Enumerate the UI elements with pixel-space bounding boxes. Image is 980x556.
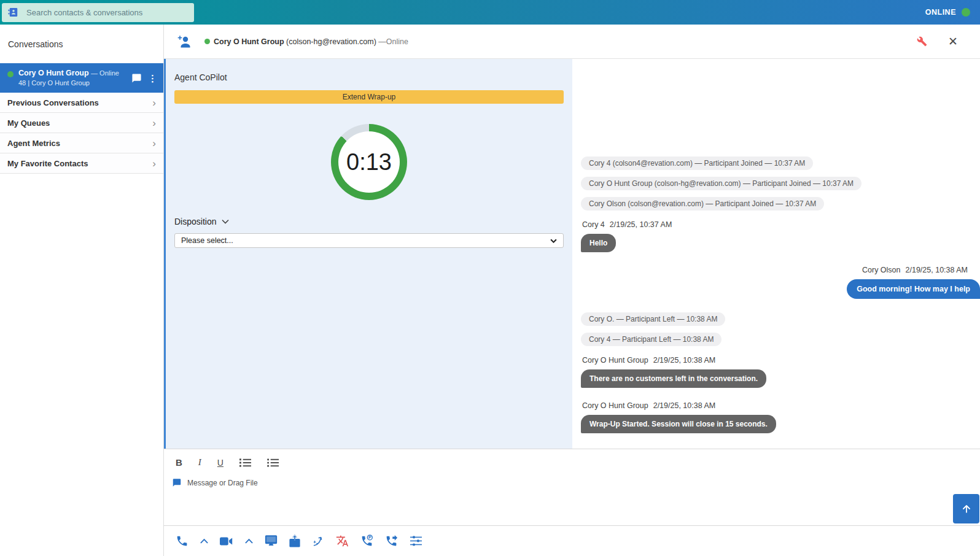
wrapup-timer-ring: 0:13 bbox=[331, 124, 407, 200]
active-conversation-item[interactable]: Cory O Hunt Group — Online 48 | Cory O H… bbox=[0, 63, 163, 93]
format-toolbar: B I U bbox=[164, 449, 980, 468]
smart-transfer-icon[interactable] bbox=[312, 535, 324, 547]
message-bubble: Good morning! How may I help bbox=[847, 279, 980, 299]
chevron-right-icon: › bbox=[152, 98, 156, 108]
conversation-title: Cory O Hunt Group (colson-hg@revation.co… bbox=[214, 37, 408, 46]
conversation-subtitle: 48 | Cory O Hunt Group bbox=[18, 79, 131, 88]
message-bubble: Hello bbox=[581, 234, 616, 252]
extend-wrapup-button[interactable]: Extend Wrap-up bbox=[174, 90, 564, 104]
ordered-list-button[interactable] bbox=[239, 458, 251, 468]
send-button[interactable] bbox=[953, 494, 979, 523]
status-label: ONLINE bbox=[925, 8, 956, 17]
sidebar-item-my-queues[interactable]: My Queues › bbox=[0, 113, 163, 133]
disposition-selected-value: Please select... bbox=[181, 236, 233, 245]
svg-text:P: P bbox=[368, 535, 371, 539]
presence-dot bbox=[7, 71, 14, 77]
message-sender: Cory 42/19/25, 10:37 AM bbox=[582, 220, 980, 229]
disposition-label: Disposition bbox=[174, 217, 216, 226]
agent-status[interactable]: ONLINE bbox=[925, 8, 970, 17]
system-event: Cory O Hunt Group (colson-hg@revation.co… bbox=[581, 177, 861, 190]
message-bubble-icon bbox=[172, 478, 182, 487]
message-sender: Cory O Hunt Group2/19/25, 10:38 AM bbox=[582, 356, 980, 365]
chevron-right-icon: › bbox=[152, 138, 156, 149]
top-bar: ONLINE bbox=[0, 0, 980, 25]
bold-button[interactable]: B bbox=[176, 457, 182, 468]
message-sender: Cory Olson2/19/25, 10:38 AM bbox=[862, 266, 968, 274]
disposition-select[interactable]: Please select... bbox=[174, 233, 564, 248]
contacts-directory-icon bbox=[8, 7, 19, 17]
search-box[interactable] bbox=[2, 3, 194, 22]
sidebar-item-previous-conversations[interactable]: Previous Conversations › bbox=[0, 93, 163, 113]
system-event: Cory 4 (colson4@revation.com) — Particip… bbox=[581, 156, 813, 170]
chevron-right-icon: › bbox=[152, 158, 156, 169]
system-event: Cory Olson (colson@revation.com) — Parti… bbox=[581, 197, 824, 210]
sidebar: Conversations Cory O Hunt Group — Online… bbox=[0, 25, 164, 556]
close-icon[interactable]: ✕ bbox=[948, 36, 958, 47]
conversation-menu-icon[interactable]: ⋮ bbox=[148, 74, 157, 83]
wrapup-timer-value: 0:13 bbox=[338, 131, 400, 193]
share-file-icon[interactable] bbox=[289, 535, 300, 547]
video-options-caret-icon[interactable] bbox=[245, 538, 253, 544]
call-toolbar: P bbox=[164, 525, 980, 556]
message-bubble: Wrap-Up Started. Session will close in 1… bbox=[581, 415, 776, 433]
agent-copilot-panel: Agent CoPilot Extend Wrap-up 0:13 Dispos… bbox=[164, 59, 572, 449]
park-call-icon[interactable]: P bbox=[360, 535, 373, 547]
chevron-right-icon: › bbox=[152, 118, 156, 128]
call-icon[interactable] bbox=[176, 535, 189, 547]
screen-share-icon[interactable] bbox=[265, 535, 278, 547]
compose-area: B I U Message or Drag File bbox=[164, 449, 980, 525]
message-list: Cory 4 (colson4@revation.com) — Particip… bbox=[572, 59, 980, 449]
video-call-icon[interactable] bbox=[220, 536, 233, 546]
arrow-up-icon bbox=[960, 503, 973, 515]
chevron-down-icon bbox=[222, 219, 229, 224]
sidebar-item-my-favorite-contacts[interactable]: My Favorite Contacts › bbox=[0, 153, 163, 174]
unordered-list-button[interactable] bbox=[267, 458, 279, 468]
message-sender: Cory O Hunt Group2/19/25, 10:38 AM bbox=[582, 401, 980, 410]
conversation-header: Cory O Hunt Group (colson-hg@revation.co… bbox=[164, 25, 980, 59]
system-event: Cory O. — Participant Left — 10:38 AM bbox=[581, 312, 725, 326]
app-window: ONLINE Conversations Cory O Hunt Group —… bbox=[0, 0, 980, 556]
call-settings-icon[interactable] bbox=[410, 535, 422, 547]
message-input[interactable]: Message or Drag File bbox=[172, 478, 980, 487]
underline-button[interactable]: U bbox=[217, 458, 224, 468]
presence-dot bbox=[204, 39, 210, 44]
disposition-label-row[interactable]: Disposition bbox=[174, 217, 564, 226]
translate-icon[interactable] bbox=[336, 535, 349, 547]
conversation-name: Cory O Hunt Group — Online bbox=[18, 69, 131, 78]
add-participant-icon[interactable] bbox=[176, 34, 192, 49]
online-status-dot bbox=[962, 8, 970, 17]
sidebar-item-agent-metrics[interactable]: Agent Metrics › bbox=[0, 133, 163, 153]
copilot-title: Agent CoPilot bbox=[174, 72, 564, 82]
message-placeholder: Message or Drag File bbox=[187, 479, 258, 487]
italic-button[interactable]: I bbox=[198, 457, 201, 468]
wrench-tools-icon[interactable] bbox=[917, 36, 927, 47]
system-event: Cory 4 — Participant Left — 10:38 AM bbox=[581, 333, 721, 346]
transfer-call-icon[interactable] bbox=[385, 535, 398, 547]
chat-bubble-icon[interactable] bbox=[131, 73, 142, 83]
search-input[interactable] bbox=[26, 8, 188, 17]
call-options-caret-icon[interactable] bbox=[200, 538, 208, 544]
select-chevron-icon bbox=[550, 239, 557, 243]
message-bubble: There are no customers left in the conve… bbox=[581, 369, 766, 388]
sidebar-title: Conversations bbox=[0, 25, 163, 63]
